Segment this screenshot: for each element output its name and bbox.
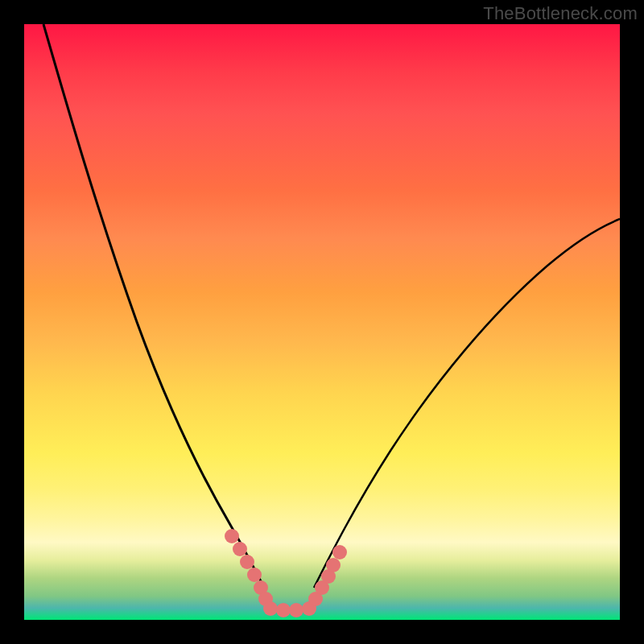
svg-point-3 bbox=[247, 568, 262, 582]
right-branch-curve bbox=[314, 219, 620, 588]
svg-point-8 bbox=[289, 603, 303, 617]
svg-point-1 bbox=[233, 542, 247, 556]
curve-layer bbox=[24, 24, 620, 620]
chart-frame bbox=[24, 24, 620, 620]
svg-point-6 bbox=[263, 601, 278, 616]
watermark-text: TheBottleneck.com bbox=[483, 3, 638, 24]
svg-point-2 bbox=[240, 555, 254, 569]
svg-point-7 bbox=[276, 603, 291, 617]
svg-point-13 bbox=[326, 558, 341, 572]
svg-point-0 bbox=[225, 529, 239, 543]
highlight-dots bbox=[225, 529, 347, 617]
svg-point-14 bbox=[332, 545, 347, 559]
left-branch-curve bbox=[43, 24, 264, 588]
